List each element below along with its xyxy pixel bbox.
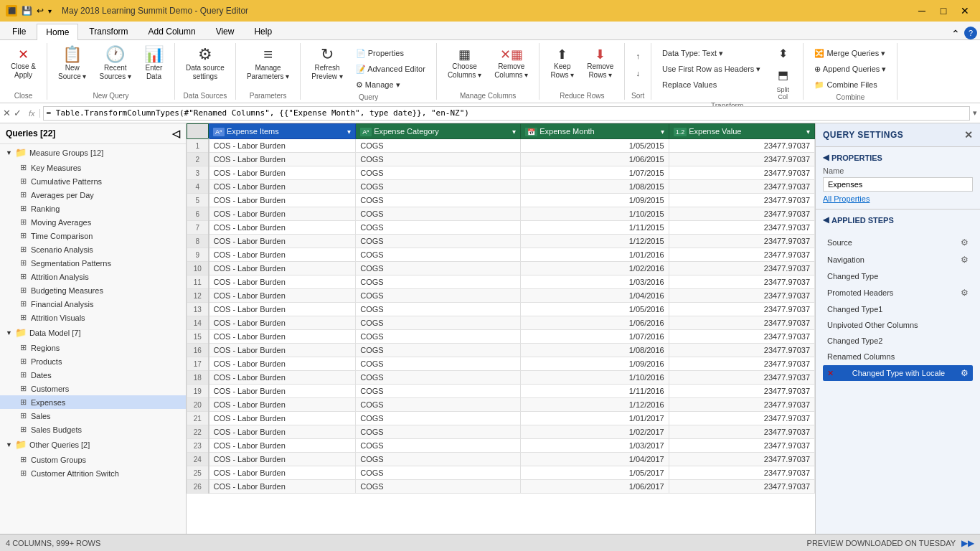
table-row[interactable]: 22COS - Labor BurdenCOGS1/02/201723477.9… — [187, 425, 815, 439]
merge-queries-button[interactable]: 🔀 Merge Queries ▾ — [809, 46, 891, 60]
step-item-renamed-columns[interactable]: Renamed Columns — [823, 349, 973, 364]
table-row[interactable]: 17COS - Labor BurdenCOGS1/09/201623477.9… — [187, 357, 815, 371]
col-header-expense-month[interactable]: 📅Expense Month ▾ — [521, 124, 669, 139]
step-gear-icon[interactable]: ⚙ — [961, 237, 969, 248]
sort-descending-button[interactable]: ↓ — [631, 66, 645, 80]
maximize-btn[interactable]: □ — [934, 4, 953, 17]
step-item-unpivoted-other-columns[interactable]: Unpivoted Other Columns — [823, 318, 973, 332]
tab-add-column[interactable]: Add Column — [139, 23, 205, 39]
query-item-dates[interactable]: ⊞Dates — [0, 368, 186, 382]
save-icon[interactable]: 💾 — [22, 6, 32, 16]
query-item-financial-analysis[interactable]: ⊞Financial Analysis — [0, 297, 186, 311]
expense-category-dropdown-icon[interactable]: ▾ — [512, 128, 516, 136]
queries-collapse-icon[interactable]: ◁ — [172, 128, 180, 139]
query-item-attrition-visuals[interactable]: ⊞Attrition Visuals — [0, 311, 186, 324]
table-row[interactable]: 25COS - Labor BurdenCOGS1/05/201723477.9… — [187, 466, 815, 480]
minimize-btn[interactable]: ─ — [913, 4, 931, 17]
query-item-sales-budgets[interactable]: ⊞Sales Budgets — [0, 423, 186, 436]
formula-input[interactable] — [43, 106, 970, 121]
query-item-budgeting[interactable]: ⊞Budgeting Measures — [0, 283, 186, 297]
table-row[interactable]: 7COS - Labor BurdenCOGS1/11/201523477.97… — [187, 221, 815, 235]
step-item-navigation[interactable]: Navigation⚙ — [823, 252, 973, 268]
step-item-changed-type2[interactable]: Changed Type2 — [823, 334, 973, 348]
query-item-time-comparison[interactable]: ⊞Time Comparison — [0, 229, 186, 242]
step-item-changed-type1[interactable]: Changed Type1 — [823, 302, 973, 316]
table-row[interactable]: 10COS - Labor BurdenCOGS1/02/201623477.9… — [187, 262, 815, 276]
query-item-key-measures[interactable]: ⊞Key Measures — [0, 161, 186, 174]
group-by-button[interactable]: ⬒ — [768, 65, 797, 85]
query-item-custom-groups[interactable]: ⊞Custom Groups — [0, 453, 186, 466]
remove-columns-button[interactable]: ✕▦ RemoveColumns ▾ — [489, 43, 533, 85]
query-item-cumulative-patterns[interactable]: ⊞Cumulative Patterns — [0, 174, 186, 188]
table-row[interactable]: 12COS - Labor BurdenCOGS1/04/201623477.9… — [187, 289, 815, 303]
tab-home[interactable]: Home — [37, 24, 78, 40]
table-row[interactable]: 15COS - Labor BurdenCOGS1/07/201623477.9… — [187, 330, 815, 344]
tab-transform[interactable]: Transform — [80, 23, 137, 39]
close-apply-button[interactable]: ✕ Close &Apply — [6, 43, 41, 85]
table-row[interactable]: 13COS - Labor BurdenCOGS1/05/201623477.9… — [187, 303, 815, 316]
table-row[interactable]: 19COS - Labor BurdenCOGS1/11/201623477.9… — [187, 385, 815, 398]
step-gear-icon[interactable]: ⚙ — [961, 368, 969, 378]
data-source-settings-button[interactable]: ⚙ Data sourcesettings — [181, 43, 230, 85]
query-item-moving-averages[interactable]: ⊞Moving Averages — [0, 215, 186, 229]
table-row[interactable]: 8COS - Labor BurdenCOGS1/12/201523477.97… — [187, 235, 815, 248]
table-row[interactable]: 20COS - Labor BurdenCOGS1/12/201623477.9… — [187, 398, 815, 412]
formula-confirm-icon[interactable]: ✓ — [14, 108, 22, 118]
tab-help[interactable]: Help — [245, 23, 281, 39]
append-queries-button[interactable]: ⊕ Append Queries ▾ — [809, 62, 891, 76]
table-row[interactable]: 4COS - Labor BurdenCOGS1/08/201523477.97… — [187, 180, 815, 194]
query-item-customers[interactable]: ⊞Customers — [0, 382, 186, 395]
table-row[interactable]: 3COS - Labor BurdenCOGS1/07/201523477.97… — [187, 166, 815, 180]
query-item-expenses[interactable]: ⊞Expenses — [0, 395, 186, 409]
step-item-changed-type-with-locale[interactable]: ✕Changed Type with Locale⚙ — [823, 365, 973, 381]
step-item-changed-type[interactable]: Changed Type — [823, 269, 973, 283]
query-item-regions[interactable]: ⊞Regions — [0, 341, 186, 354]
manage-parameters-button[interactable]: ≡ ManageParameters ▾ — [242, 43, 294, 85]
tab-view[interactable]: View — [207, 23, 244, 39]
new-source-button[interactable]: 📋 NewSource ▾ — [53, 43, 91, 85]
col-header-expense-value[interactable]: 1.2Expense Value ▾ — [669, 124, 814, 139]
table-row[interactable]: 2COS - Labor BurdenCOGS1/06/201523477.97… — [187, 153, 815, 166]
data-grid-container[interactable]: AᵃExpense Items ▾ AᵃExpense Category ▾ — [187, 123, 815, 534]
name-value-field[interactable]: Expenses — [823, 177, 973, 192]
table-row[interactable]: 16COS - Labor BurdenCOGS1/08/201623477.9… — [187, 344, 815, 357]
enter-data-button[interactable]: 📊 EnterData — [139, 43, 169, 85]
step-gear-icon[interactable]: ⚙ — [961, 288, 969, 298]
table-row[interactable]: 6COS - Labor BurdenCOGS1/10/201523477.97… — [187, 207, 815, 221]
col-header-expense-items[interactable]: AᵃExpense Items ▾ — [209, 124, 356, 139]
group-data-model[interactable]: ▼ 📁 Data Model [7] — [0, 324, 186, 341]
table-row[interactable]: 5COS - Labor BurdenCOGS1/09/201523477.97… — [187, 194, 815, 207]
expense-items-dropdown-icon[interactable]: ▾ — [347, 128, 351, 136]
query-item-products[interactable]: ⊞Products — [0, 354, 186, 368]
combine-files-button[interactable]: 📁 Combine Files — [809, 77, 891, 92]
col-header-expense-category[interactable]: AᵃExpense Category ▾ — [356, 124, 521, 139]
group-measure-groups[interactable]: ▼ 📁 Measure Groups [12] — [0, 144, 186, 161]
table-row[interactable]: 23COS - Labor BurdenCOGS1/03/201723477.9… — [187, 439, 815, 453]
remove-rows-button[interactable]: ⬇ RemoveRows ▾ — [582, 43, 618, 85]
table-row[interactable]: 18COS - Labor BurdenCOGS1/10/201623477.9… — [187, 371, 815, 385]
all-properties-link[interactable]: All Properties — [823, 194, 973, 203]
help-icon[interactable]: ? — [964, 27, 977, 39]
query-item-segmentation[interactable]: ⊞Segmentation Patterns — [0, 256, 186, 270]
query-item-averages-per-day[interactable]: ⊞Averages per Day — [0, 188, 186, 202]
close-btn[interactable]: ✕ — [956, 4, 974, 17]
settings-close-icon[interactable]: ✕ — [964, 129, 974, 141]
data-type-button[interactable]: Data Type: Text ▾ — [657, 46, 765, 60]
ribbon-up-icon[interactable]: ⌃ — [951, 28, 960, 39]
table-row[interactable]: 9COS - Labor BurdenCOGS1/01/201623477.97… — [187, 248, 815, 262]
manage-button[interactable]: ⚙ Manage ▾ — [351, 77, 430, 92]
replace-values-button[interactable]: Replace Values — [657, 77, 765, 92]
query-item-sales[interactable]: ⊞Sales — [0, 409, 186, 423]
table-row[interactable]: 1COS - Labor BurdenCOGS1/05/201523477.97… — [187, 139, 815, 153]
split-column-button[interactable]: ⬍ — [768, 43, 797, 63]
refresh-preview-button[interactable]: ↻ RefreshPreview ▾ — [306, 43, 347, 85]
table-row[interactable]: 21COS - Labor BurdenCOGS1/01/201723477.9… — [187, 412, 815, 425]
query-item-attrition-analysis[interactable]: ⊞Attrition Analysis — [0, 270, 186, 283]
applied-steps-header[interactable]: ◀ APPLIED STEPS — [823, 215, 973, 225]
expense-month-dropdown-icon[interactable]: ▾ — [661, 128, 664, 136]
formula-cancel-icon[interactable]: ✕ — [3, 108, 11, 118]
formula-expand-icon[interactable]: ▾ — [973, 108, 977, 118]
properties-button[interactable]: 📄 Properties — [351, 46, 430, 60]
table-row[interactable]: 14COS - Labor BurdenCOGS1/06/201623477.9… — [187, 316, 815, 330]
choose-columns-button[interactable]: ▦ ChooseColumns ▾ — [443, 43, 486, 85]
